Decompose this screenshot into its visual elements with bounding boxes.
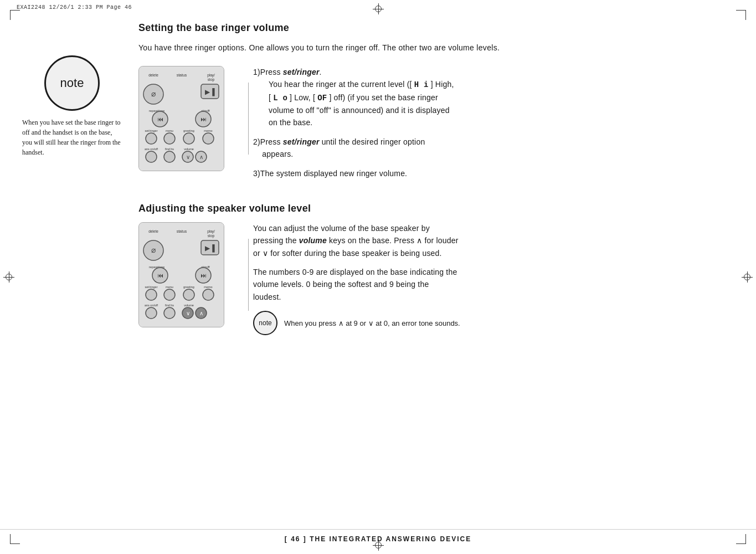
- corner-mark-tl: [10, 10, 20, 20]
- crosshair-left: [3, 271, 14, 283]
- corner-mark-tr: [736, 10, 746, 20]
- svg-text:set/ringer: set/ringer: [145, 285, 158, 289]
- svg-text:play/: play/: [207, 73, 215, 78]
- step1-sub: You hear the ringer at the current level…: [269, 78, 739, 129]
- device1-container: status play/ stop delete: [138, 66, 233, 171]
- svg-point-19: [146, 133, 157, 144]
- note-label: note: [60, 76, 84, 90]
- svg-text:delete: delete: [148, 73, 158, 77]
- svg-text:⏭: ⏭: [200, 116, 207, 122]
- device1-image: status play/ stop delete: [138, 66, 224, 171]
- svg-text:find hs: find hs: [165, 147, 174, 151]
- note-small-label: note: [259, 318, 271, 328]
- note-circle: note: [44, 55, 100, 111]
- footer-text: [ 46 ] THE INTEGRATED ANSWERING DEVICE: [285, 535, 471, 543]
- svg-text:⏮: ⏮: [157, 272, 163, 279]
- device2-container: status play/ stop delete: [138, 222, 233, 327]
- svg-point-51: [146, 289, 157, 300]
- svg-point-21: [183, 133, 194, 144]
- svg-text:⌀: ⌀: [151, 245, 156, 254]
- device2-image: status play/ stop delete: [138, 222, 224, 327]
- svg-text:menu: menu: [166, 129, 173, 132]
- svg-text:stop: stop: [208, 78, 215, 82]
- section1: Setting the base ringer volume You have …: [138, 22, 739, 186]
- section2-note: note When you press ∧ at 9 or ∨ at 0, an…: [253, 311, 739, 335]
- note-circle-small: note: [253, 311, 277, 335]
- device1-divider: [248, 83, 249, 155]
- svg-text:⏭: ⏭: [200, 272, 207, 279]
- section2-block: status play/ stop delete: [138, 222, 739, 335]
- section1-title: Setting the base ringer volume: [138, 22, 739, 34]
- registration-text: EXAI2248 12/26/1 2:33 PM Page 46: [17, 4, 132, 11]
- step1-num: 1)Press: [253, 68, 283, 76]
- svg-point-59: [164, 307, 175, 319]
- step1-keyword: set/ringer: [283, 68, 320, 76]
- svg-text:⏮: ⏮: [157, 116, 163, 122]
- svg-text:greeting: greeting: [183, 129, 194, 132]
- section1-steps: 1)Press set/ringer. You hear the ringer …: [253, 66, 739, 186]
- svg-text:set/ringer: set/ringer: [145, 129, 158, 132]
- svg-point-22: [203, 133, 214, 144]
- svg-text:∨: ∨: [186, 154, 190, 160]
- svg-text:stop: stop: [208, 234, 215, 238]
- step2: 2)Press set/ringer until the desired rin…: [253, 136, 739, 161]
- svg-point-53: [183, 289, 194, 300]
- svg-text:play/: play/: [207, 229, 215, 234]
- svg-text:status: status: [177, 229, 187, 233]
- step1: 1)Press set/ringer. You hear the ringer …: [253, 66, 739, 129]
- section2-note-text: When you press ∧ at 9 or ∨ at 0, an erro…: [284, 318, 460, 329]
- svg-point-58: [146, 307, 157, 319]
- step2-keyword: set/ringer: [283, 137, 320, 146]
- section2-text: You can adjust the volume of the base sp…: [253, 222, 739, 335]
- svg-point-52: [164, 289, 175, 300]
- svg-text:menu: menu: [166, 285, 173, 289]
- svg-text:∧: ∧: [199, 310, 203, 316]
- section1-block: status play/ stop delete: [138, 66, 739, 186]
- svg-text:⌀: ⌀: [151, 89, 156, 98]
- svg-text:ans on/off: ans on/off: [145, 304, 158, 307]
- svg-text:▶▐: ▶▐: [205, 88, 215, 96]
- sidebar: note When you have set the base ringer t…: [17, 55, 127, 157]
- svg-point-26: [146, 151, 157, 162]
- step3-text: 3)The system displayed new ringer volume…: [253, 169, 407, 178]
- svg-text:ans on/off: ans on/off: [145, 147, 158, 151]
- svg-text:status: status: [177, 73, 187, 77]
- section1-intro: You have three ringer options. One allow…: [138, 42, 739, 55]
- svg-text:▶▐: ▶▐: [205, 244, 215, 253]
- device1-wrapper: status play/ stop delete: [138, 66, 253, 171]
- step3: 3)The system displayed new ringer volume…: [253, 167, 739, 179]
- svg-point-54: [203, 289, 214, 300]
- step1-period: .: [320, 68, 322, 76]
- device1-svg: status play/ stop delete: [139, 66, 224, 171]
- device2-divider: [248, 239, 249, 311]
- device2-wrapper: status play/ stop delete: [138, 222, 253, 327]
- svg-text:find hs: find hs: [165, 304, 174, 307]
- section2-title: Adjusting the speaker volume level: [138, 203, 739, 214]
- svg-text:∧: ∧: [199, 154, 203, 160]
- svg-text:memo: memo: [204, 285, 212, 289]
- main-content: Setting the base ringer volume You have …: [138, 22, 739, 352]
- svg-text:∨: ∨: [186, 310, 190, 316]
- crosshair-right: [742, 271, 753, 283]
- footer: [ 46 ] THE INTEGRATED ANSWERING DEVICE: [0, 529, 756, 543]
- crosshair-top: [373, 3, 384, 14]
- svg-text:delete: delete: [148, 229, 158, 233]
- section2: Adjusting the speaker volume level statu…: [138, 203, 739, 335]
- svg-text:greeting: greeting: [183, 285, 194, 289]
- svg-text:volume: volume: [184, 304, 194, 307]
- page-content: note When you have set the base ringer t…: [17, 22, 739, 532]
- section2-para1: You can adjust the volume of the base sp…: [253, 222, 739, 259]
- svg-point-20: [164, 133, 175, 144]
- svg-text:memo: memo: [204, 129, 212, 132]
- section2-para2: The numbers 0-9 are displayed on the bas…: [253, 266, 739, 303]
- svg-text:volume: volume: [184, 147, 194, 151]
- sidebar-note-text: When you have set the base ringer to off…: [17, 117, 127, 157]
- device2-svg: status play/ stop delete: [139, 223, 224, 327]
- svg-point-27: [164, 151, 175, 162]
- step2-num: 2)Press: [253, 137, 283, 146]
